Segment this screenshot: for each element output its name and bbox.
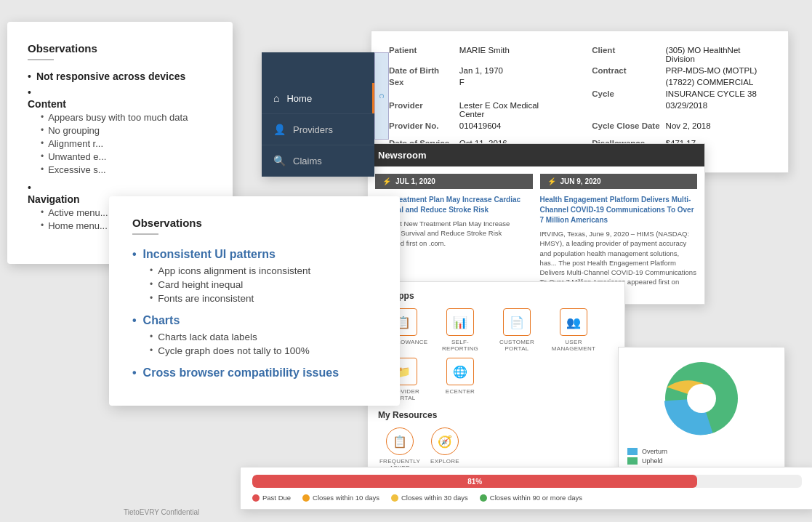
legend-upheld: Upheld (627, 457, 776, 465)
charts-sub-list: Charts lack data labels Cycle graph does… (132, 332, 377, 356)
slide-middle-title: Observations (132, 217, 377, 229)
user-management-icon: 👥 (560, 308, 587, 336)
pie-chart-container: Overturn Upheld Additional Documentation… (627, 355, 776, 476)
30-days-dot (391, 494, 398, 502)
sub-item: App icons alignment is inconsistent (150, 265, 377, 276)
sub-item: Fonts are inconsistent (150, 293, 377, 304)
slide-left-rule (28, 59, 54, 60)
client-value: (305) MO HealthNet Division (663, 44, 773, 65)
middle-item-ui: Inconsistent UI patterns App icons align… (132, 248, 377, 304)
upheld-label: Upheld (642, 457, 663, 465)
30-days-label: Closes within 30 days (401, 494, 468, 502)
main-item-label: Inconsistent UI patterns (132, 248, 377, 261)
provider-no-label: Provider No. (386, 120, 457, 132)
legend-overturn: Overturn (627, 448, 776, 455)
slide-left-title: Observations (28, 42, 212, 55)
sex-label: Sex (386, 76, 457, 88)
dob-value: Jan 1, 1970 (457, 65, 567, 76)
sub-item: Charts lack data labels (150, 332, 377, 342)
navigation-sub-list: Active menu... Home menu... (28, 207, 108, 233)
list-item-responsive: Not responsive across devices (28, 71, 212, 82)
item-label: Content (28, 98, 66, 110)
pie-chart-svg (658, 355, 745, 442)
self-reporting-icon: 📊 (446, 308, 474, 336)
dob-label: Date of Birth (386, 65, 457, 76)
sidebar-item-claims[interactable]: 🔍 Claims (262, 145, 374, 177)
sidebar-item-home[interactable]: ⌂ Home (262, 83, 374, 114)
nav-right-strip: C (374, 52, 389, 140)
progress-bar-outer: 81% (252, 475, 802, 488)
contract-value: PRP-MDS-MO (MOTPL) (663, 65, 773, 76)
cycle-close-value: Nov 2, 2018 (663, 120, 773, 132)
news-date-1: ⚡ JUL 1, 2020 (375, 174, 533, 189)
svg-point-1 (687, 384, 716, 413)
sidebar-item-providers[interactable]: 👤 Providers (262, 114, 374, 145)
claims-icon: 🔍 (273, 155, 286, 166)
contract-detail: (17822) COMMERCIAL (663, 76, 773, 88)
overturn-label: Overturn (642, 448, 667, 455)
sex-value: F (457, 76, 567, 88)
middle-item-charts: Charts Charts lack data labels Cycle gra… (132, 314, 377, 356)
90-days-dot (480, 494, 487, 502)
sub-item: No grouping (41, 125, 188, 136)
providers-icon: 👤 (273, 124, 286, 135)
slide-middle-rule (132, 233, 158, 235)
sub-item: Alignment r... (41, 138, 188, 149)
slide-middle: Observations Inconsistent UI patterns Ap… (109, 196, 400, 406)
newsroom-header: Newsroom (368, 144, 704, 166)
nav-sidebar: ⌂ Home 👤 Providers 🔍 Claims C (262, 52, 374, 177)
news-title-2: Health Engagement Platform Delivers Mult… (540, 195, 698, 225)
provider-value: Lester E Cox Medical Center (457, 100, 567, 120)
sub-item: Cycle graph does not tally to 100% (150, 345, 377, 356)
customer-portal-label: CUSTOMER PORTAL (491, 339, 542, 352)
sub-item: Card height inequal (150, 279, 377, 290)
compat-item-label: Cross browser compatibility issues (132, 366, 377, 380)
legend-past-due: Past Due (252, 494, 291, 502)
confidential-text: TietoEVRY Confidential (124, 508, 199, 516)
cycle-value: INSURANCE CYCLE 38 (663, 88, 773, 100)
overturn-color (627, 448, 638, 455)
explore-label: EXPLORE (430, 458, 459, 465)
contract-label: Contract (589, 65, 662, 76)
app-user-management[interactable]: 👥 USER MANAGEMENT (548, 308, 599, 352)
progress-bar-fill: 81% (252, 475, 697, 488)
content-sub-list: Appears busy with too much data No group… (28, 112, 188, 177)
faq-icon: 📋 (386, 427, 414, 455)
user-management-label: USER MANAGEMENT (548, 339, 599, 352)
item-label: Not responsive across devices (36, 71, 185, 82)
upheld-color (627, 457, 638, 465)
progress-percent: 81% (467, 478, 482, 486)
ui-sub-list: App icons alignment is inconsistent Card… (132, 265, 377, 304)
ecenter-icon: 🌐 (446, 358, 474, 385)
pie-chart-card: Overturn Upheld Additional Documentation… (618, 347, 785, 484)
app-ecenter[interactable]: 🌐 ECENTER (435, 358, 486, 401)
middle-items-list: Inconsistent UI patterns App icons align… (132, 248, 377, 380)
90-days-label: Closes within 90 or more days (490, 494, 582, 502)
provider-label: Provider (386, 100, 457, 120)
my-apps-title: My Apps (378, 291, 614, 301)
cycle-close-label: Cycle Close Date (589, 120, 662, 132)
newsroom-card: Newsroom ⚡ JUL 1, 2020 New Treatment Pla… (367, 143, 705, 305)
app-customer-portal[interactable]: 📄 CUSTOMER PORTAL (491, 308, 542, 352)
customer-portal-icon: 📄 (503, 308, 531, 336)
news-date-2: ⚡ JUN 9, 2020 (540, 174, 698, 189)
legend-10-days: Closes within 10 days (302, 494, 379, 502)
sidebar-item-label: Home (286, 93, 312, 104)
patient-value: MARIE Smith (457, 44, 567, 65)
cycle-label: Cycle (589, 88, 662, 100)
progress-card: 81% Past Due Closes within 10 days Close… (240, 467, 812, 510)
patient-label: Patient (386, 44, 457, 65)
app-self-reporting[interactable]: 📊 SELF-REPORTING (435, 308, 486, 352)
legend-90-days: Closes within 90 or more days (480, 494, 582, 502)
legend-30-days: Closes within 30 days (391, 494, 468, 502)
ecenter-label: ECENTER (446, 388, 475, 395)
cycle-date: 03/29/2018 (663, 100, 773, 120)
dashboard-card: My Apps 📋 DISALLOWANCE 📊 SELF-REPORTING … (367, 281, 625, 484)
list-item-content: Content Appears busy with too much data … (28, 87, 212, 177)
my-resources-title: My Resources (378, 410, 614, 420)
item-label: Navigation (28, 193, 80, 205)
past-due-dot (252, 494, 260, 502)
lightning-icon-1: ⚡ (382, 177, 391, 185)
home-icon: ⌂ (273, 92, 279, 104)
main-item-label: Charts (132, 314, 377, 327)
